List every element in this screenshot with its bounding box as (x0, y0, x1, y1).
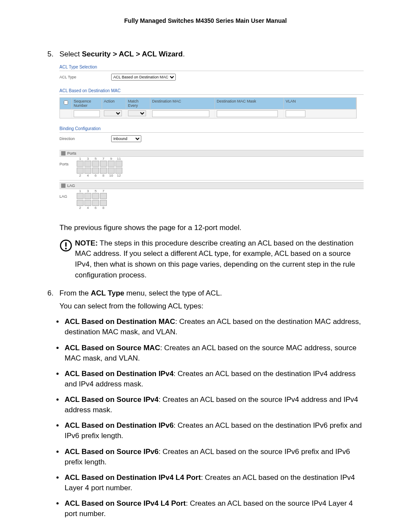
previous-figure-text: The previous figure shows the page for a… (59, 223, 364, 233)
step-6-bold: ACL Type (91, 289, 125, 297)
port-cell[interactable] (100, 161, 107, 167)
list-item: ACL Based on Destination IPv6: Creates a… (64, 420, 364, 441)
port-cell[interactable] (92, 200, 99, 206)
match-every-select[interactable] (128, 110, 146, 116)
step-6-sub: You can select from the following ACL ty… (59, 302, 364, 311)
svg-point-2 (65, 248, 67, 249)
port-number: 2 (77, 206, 84, 210)
acl-type-list: ACL Based on Destination MAC: Creates an… (64, 317, 364, 519)
port-number: 1 (77, 189, 84, 193)
section-binding-config: Binding Configuration (59, 126, 364, 133)
note-block: NOTE: The steps in this procedure descri… (59, 238, 364, 281)
port-number: 5 (92, 157, 99, 161)
page-header: Fully Managed Switches M4350 Series Main… (47, 17, 364, 24)
lag-band-label: LAG (67, 184, 75, 188)
port-cell[interactable] (77, 193, 84, 199)
step-5-number: 5. (47, 50, 59, 59)
port-cell[interactable] (92, 168, 99, 174)
list-item: ACL Based on Destination IPv4: Creates a… (64, 369, 364, 389)
acl-wizard-screenshot: ACL Type Selection ACL Type ACL Based on… (59, 65, 364, 212)
ports-icon (61, 151, 65, 156)
list-item-title: ACL Based on Destination IPv4 (65, 370, 174, 378)
action-select[interactable] (104, 110, 122, 116)
step-6-number: 6. (47, 289, 59, 298)
th-dest-mac: Destination MAC (150, 98, 215, 109)
port-cell[interactable] (92, 161, 99, 167)
port-number: 7 (100, 157, 107, 161)
th-action: Action (102, 98, 126, 109)
direction-label: Direction (59, 137, 107, 141)
list-item: ACL Based on Source IPv4: Creates an ACL… (64, 395, 364, 415)
port-cell[interactable] (84, 193, 91, 199)
sequence-input[interactable] (74, 110, 100, 117)
list-item-title: ACL Based on Source IPv4 L4 Port (65, 499, 186, 507)
step-5-breadcrumb: Security > ACL > ACL Wizard (82, 50, 183, 58)
list-item-title: ACL Based on Destination IPv4 L4 Port (65, 473, 201, 482)
th-dest-mac-mask: Destination MAC Mask (215, 98, 284, 109)
dest-mac-mask-input[interactable] (217, 110, 278, 117)
port-number: 8 (100, 206, 107, 210)
port-number: 4 (84, 174, 91, 177)
vlan-input[interactable] (286, 110, 305, 117)
th-match-every: Match Every (126, 98, 150, 109)
port-number: 8 (100, 174, 107, 177)
port-number: 4 (84, 206, 91, 210)
list-item-title: ACL Based on Destination IPv6 (65, 421, 174, 429)
th-checkbox[interactable] (60, 98, 72, 109)
step-6: 6.From the ACL Type menu, select the typ… (47, 289, 364, 298)
acl-table: Sequence Number Action Match Every Desti… (59, 97, 357, 118)
port-number: 11 (115, 157, 122, 161)
select-all-checkbox[interactable] (64, 100, 68, 105)
list-item-title: ACL Based on Source IPv4 (65, 395, 159, 404)
note-icon (59, 238, 75, 281)
port-cell[interactable] (84, 161, 91, 167)
port-cell[interactable] (100, 193, 107, 199)
lag-grid-label: LAG (59, 194, 67, 199)
port-number: 3 (84, 157, 91, 161)
lag-icon (61, 184, 65, 188)
note-text: The steps in this procedure describe cre… (75, 239, 355, 279)
dest-mac-input[interactable] (152, 110, 209, 117)
row-checkbox-cell (60, 109, 72, 118)
direction-select[interactable]: Inbound (111, 135, 141, 142)
list-item: ACL Based on Source IPv6: Creates an ACL… (64, 447, 364, 467)
port-cell[interactable] (84, 200, 91, 206)
step-5-prefix: Select (59, 50, 82, 58)
note-label: NOTE: (75, 239, 98, 247)
port-cell[interactable] (77, 168, 84, 174)
ports-band: Ports (59, 150, 364, 157)
acl-type-label: ACL Type (59, 75, 107, 79)
list-item: ACL Based on Source MAC: Creates an ACL … (64, 343, 364, 364)
port-number: 12 (115, 174, 122, 177)
port-cell[interactable] (115, 168, 122, 174)
acl-type-select[interactable]: ACL Based on Destination MAC (111, 74, 176, 81)
list-item: ACL Based on Destination IPv4 L4 Port: C… (64, 473, 364, 493)
port-cell[interactable] (115, 161, 122, 167)
port-cell[interactable] (84, 168, 91, 174)
port-number: 10 (108, 174, 115, 177)
step-6-suffix: menu, select the type of ACL. (125, 289, 222, 297)
list-item-title: ACL Based on Destination MAC (65, 317, 175, 326)
port-number: 3 (84, 189, 91, 193)
port-number: 5 (92, 189, 99, 193)
th-vlan: VLAN (284, 98, 356, 109)
port-cell[interactable] (108, 161, 115, 167)
list-item-title: ACL Based on Source IPv6 (65, 448, 159, 456)
port-cell[interactable] (92, 193, 99, 199)
list-item: ACL Based on Source IPv4 L4 Port: Create… (64, 498, 364, 519)
port-cell[interactable] (100, 168, 107, 174)
port-number: 6 (92, 206, 99, 210)
port-cell[interactable] (108, 168, 115, 174)
port-number: 9 (108, 157, 115, 161)
list-item: ACL Based on Destination MAC: Creates an… (64, 317, 364, 337)
list-item-title: ACL Based on Source MAC (65, 344, 160, 352)
step-6-prefix: From the (59, 289, 91, 297)
port-cell[interactable] (77, 200, 84, 206)
port-cell[interactable] (77, 161, 84, 167)
section-acl-type-selection: ACL Type Selection (59, 65, 364, 71)
port-cell[interactable] (100, 200, 107, 206)
ports-grid-label: Ports (59, 162, 68, 166)
port-number: 2 (77, 174, 84, 177)
lag-band: LAG (59, 182, 364, 189)
ports-band-label: Ports (67, 151, 76, 156)
